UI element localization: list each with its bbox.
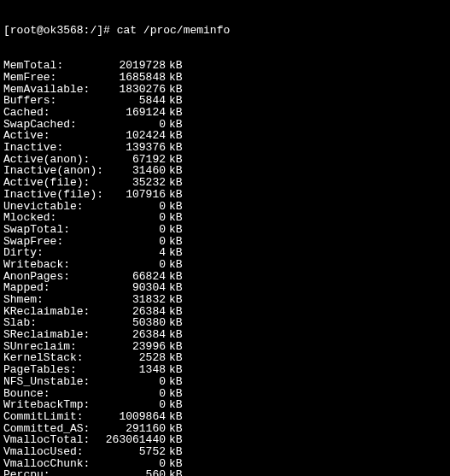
meminfo-row: Active:102424kB (3, 130, 447, 142)
meminfo-unit: kB (166, 411, 183, 423)
terminal-window[interactable]: [root@ok3568:/]# cat /proc/meminfo MemTo… (0, 0, 450, 476)
meminfo-value: 0 (102, 119, 166, 131)
command-line: [root@ok3568:/]# cat /proc/meminfo (3, 25, 447, 37)
meminfo-row: SReclaimable:26384kB (3, 329, 447, 341)
meminfo-row: MemTotal:2019728kB (3, 60, 447, 72)
meminfo-unit: kB (166, 423, 183, 435)
meminfo-label: KReclaimable: (3, 306, 102, 318)
meminfo-label: Active: (3, 130, 102, 142)
meminfo-unit: kB (166, 95, 183, 107)
meminfo-label: MemFree: (3, 72, 102, 84)
meminfo-value: 0 (102, 259, 166, 271)
meminfo-label: WritebackTmp: (3, 399, 102, 411)
meminfo-unit: kB (166, 317, 183, 329)
meminfo-label: VmallocTotal: (3, 434, 102, 446)
meminfo-unit: kB (166, 72, 183, 84)
meminfo-unit: kB (166, 469, 183, 476)
meminfo-value: 102424 (102, 130, 166, 142)
meminfo-value: 67192 (102, 154, 166, 166)
meminfo-row: Slab:50380kB (3, 317, 447, 329)
meminfo-row: PageTables:1348kB (3, 364, 447, 376)
meminfo-label: SReclaimable: (3, 329, 102, 341)
meminfo-value: 1685848 (102, 72, 166, 84)
meminfo-row: SwapTotal:0kB (3, 224, 447, 236)
meminfo-label: AnonPages: (3, 271, 102, 283)
meminfo-row: Mapped:90304kB (3, 282, 447, 294)
meminfo-value: 1348 (102, 364, 166, 376)
meminfo-label: Mapped: (3, 282, 102, 294)
meminfo-value: 263061440 (102, 434, 166, 446)
meminfo-unit: kB (166, 388, 183, 400)
meminfo-label: SwapTotal: (3, 224, 102, 236)
meminfo-row: Active(anon):67192kB (3, 154, 447, 166)
meminfo-unit: kB (166, 282, 183, 294)
meminfo-unit: kB (166, 294, 183, 306)
meminfo-row: Inactive(anon):31460kB (3, 165, 447, 177)
meminfo-unit: kB (166, 247, 183, 259)
meminfo-row: VmallocChunk:0kB (3, 458, 447, 470)
meminfo-value: 1830276 (102, 84, 166, 96)
meminfo-row: MemFree:1685848kB (3, 72, 447, 84)
meminfo-unit: kB (166, 212, 183, 224)
meminfo-output: MemTotal:2019728kBMemFree:1685848kBMemAv… (3, 60, 447, 476)
meminfo-value: 0 (102, 399, 166, 411)
meminfo-label: MemTotal: (3, 60, 102, 72)
meminfo-label: Slab: (3, 317, 102, 329)
meminfo-label: NFS_Unstable: (3, 376, 102, 388)
meminfo-unit: kB (166, 236, 183, 248)
meminfo-unit: kB (166, 259, 183, 271)
meminfo-unit: kB (166, 376, 183, 388)
meminfo-row: WritebackTmp:0kB (3, 399, 447, 411)
meminfo-value: 0 (102, 458, 166, 470)
meminfo-label: VmallocChunk: (3, 458, 102, 470)
meminfo-label: SUnreclaim: (3, 341, 102, 353)
meminfo-label: Dirty: (3, 247, 102, 259)
meminfo-label: VmallocUsed: (3, 446, 102, 458)
meminfo-label: Percpu: (3, 469, 102, 476)
meminfo-value: 5844 (102, 95, 166, 107)
meminfo-row: KReclaimable:26384kB (3, 306, 447, 318)
meminfo-row: Active(file):35232kB (3, 177, 447, 189)
meminfo-row: Bounce:0kB (3, 388, 447, 400)
meminfo-value: 2019728 (102, 60, 166, 72)
meminfo-row: Dirty:4kB (3, 247, 447, 259)
meminfo-value: 291160 (102, 423, 166, 435)
meminfo-unit: kB (166, 130, 183, 142)
meminfo-row: SUnreclaim:23996kB (3, 341, 447, 353)
meminfo-unit: kB (166, 84, 183, 96)
meminfo-row: Cached:169124kB (3, 107, 447, 119)
meminfo-label: KernelStack: (3, 352, 102, 364)
meminfo-unit: kB (166, 119, 183, 131)
meminfo-value: 1009864 (102, 411, 166, 423)
meminfo-value: 50380 (102, 317, 166, 329)
meminfo-row: KernelStack:2528kB (3, 352, 447, 364)
meminfo-row: NFS_Unstable:0kB (3, 376, 447, 388)
meminfo-value: 4 (102, 247, 166, 259)
meminfo-row: VmallocUsed:5752kB (3, 446, 447, 458)
meminfo-label: Mlocked: (3, 212, 102, 224)
meminfo-row: Percpu:560kB (3, 469, 447, 476)
meminfo-unit: kB (166, 142, 183, 154)
meminfo-value: 0 (102, 376, 166, 388)
meminfo-row: Committed_AS:291160kB (3, 423, 447, 435)
meminfo-row: Shmem:31832kB (3, 294, 447, 306)
meminfo-label: Bounce: (3, 388, 102, 400)
meminfo-row: CommitLimit:1009864kB (3, 411, 447, 423)
meminfo-label: Committed_AS: (3, 423, 102, 435)
shell-prompt: [root@ok3568:/]# (3, 24, 117, 37)
meminfo-unit: kB (166, 189, 183, 201)
meminfo-row: Writeback:0kB (3, 259, 447, 271)
meminfo-unit: kB (166, 107, 183, 119)
meminfo-unit: kB (166, 399, 183, 411)
meminfo-unit: kB (166, 306, 183, 318)
meminfo-value: 560 (102, 469, 166, 476)
meminfo-value: 2528 (102, 352, 166, 364)
meminfo-label: SwapCached: (3, 119, 102, 131)
meminfo-unit: kB (166, 458, 183, 470)
meminfo-value: 107916 (102, 189, 166, 201)
meminfo-value: 31832 (102, 294, 166, 306)
meminfo-value: 0 (102, 236, 166, 248)
meminfo-unit: kB (166, 201, 183, 213)
meminfo-value: 169124 (102, 107, 166, 119)
meminfo-label: MemAvailable: (3, 84, 102, 96)
